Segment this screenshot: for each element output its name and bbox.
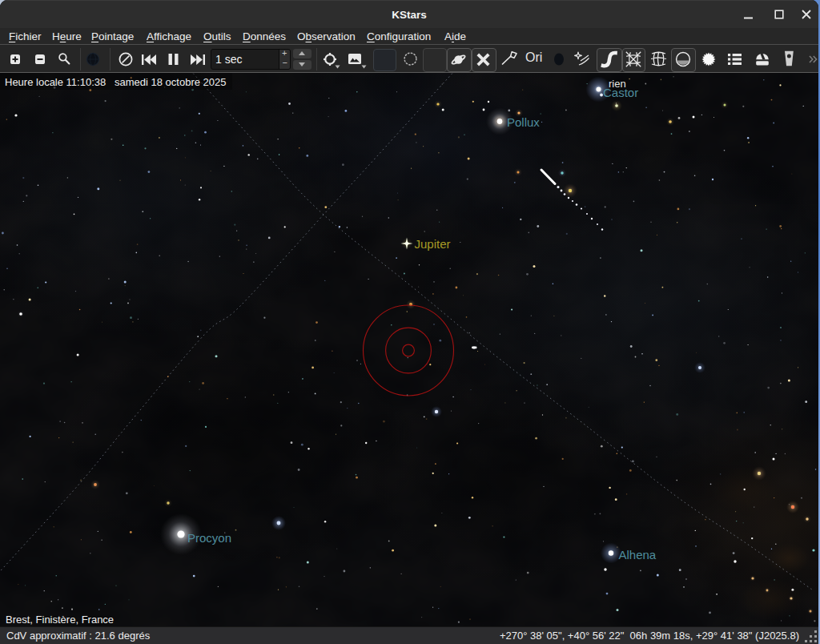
svg-text:Pollux: Pollux — [507, 115, 540, 129]
svg-text:Jupiter: Jupiter — [415, 237, 451, 251]
svg-text:samedi 18 octobre 2025: samedi 18 octobre 2025 — [115, 76, 226, 88]
svg-text:Alhena: Alhena — [619, 548, 657, 561]
svg-text:Procyon: Procyon — [187, 531, 231, 545]
svg-text:Brest, Finistère, France: Brest, Finistère, France — [6, 614, 114, 626]
svg-text:Heure locale 11:10:38: Heure locale 11:10:38 — [5, 76, 106, 88]
svg-text:rien: rien — [609, 78, 626, 90]
